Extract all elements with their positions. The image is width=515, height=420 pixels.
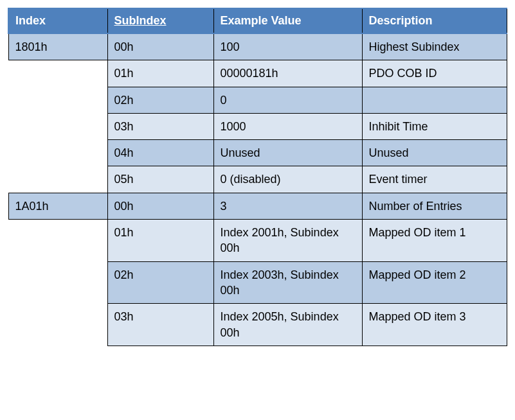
cell-index	[8, 304, 107, 346]
cell-description: Inhibit Time	[362, 113, 507, 139]
cell-example: Index 2005h, Subindex 00h	[213, 304, 362, 346]
cell-index	[8, 140, 107, 166]
col-header-example: Example Value	[213, 8, 362, 33]
table-row: 02hIndex 2003h, Subindex 00hMapped OD it…	[8, 261, 507, 304]
col-header-index: Index	[8, 8, 107, 33]
table-body: 1801h00h100Highest Subindex01h00000181hP…	[8, 33, 507, 346]
cell-description	[362, 87, 507, 113]
cell-example: Index 2001h, Subindex 00h	[213, 220, 362, 262]
cell-index	[8, 87, 107, 113]
table-row: 1801h00h100Highest Subindex	[8, 33, 507, 60]
cell-example: 0 (disabled)	[213, 166, 362, 193]
cell-example: 3	[213, 193, 362, 219]
cell-description: Number of Entries	[362, 193, 507, 219]
table-row: 03h1000Inhibit Time	[8, 113, 507, 139]
cell-description: Mapped OD item 3	[362, 304, 507, 346]
cell-example: 0	[213, 87, 362, 113]
pdo-config-table: Index SubIndex Example Value Description…	[8, 8, 507, 346]
table-row: 03hIndex 2005h, Subindex 00hMapped OD it…	[8, 304, 507, 346]
col-header-description: Description	[362, 8, 507, 33]
cell-index: 1A01h	[8, 193, 107, 219]
cell-description: Mapped OD item 1	[362, 220, 507, 262]
table-row: 01h00000181hPDO COB ID	[8, 60, 507, 87]
cell-description: Unused	[362, 140, 507, 166]
cell-subindex: 05h	[107, 166, 213, 193]
table-row: 04hUnusedUnused	[8, 140, 507, 166]
cell-subindex: 01h	[107, 220, 213, 262]
cell-subindex: 04h	[107, 140, 213, 166]
cell-example: 1000	[213, 113, 362, 139]
cell-subindex: 00h	[107, 193, 213, 219]
cell-index	[8, 113, 107, 139]
cell-subindex: 02h	[107, 261, 213, 304]
table-row: 02h0	[8, 87, 507, 113]
cell-index	[8, 220, 107, 262]
cell-description: Mapped OD item 2	[362, 261, 507, 304]
cell-index: 1801h	[8, 33, 107, 60]
cell-example: 00000181h	[213, 60, 362, 87]
cell-index	[8, 261, 107, 304]
cell-example: Index 2003h, Subindex 00h	[213, 261, 362, 304]
table-row: 01hIndex 2001h, Subindex 00hMapped OD it…	[8, 220, 507, 262]
cell-subindex: 03h	[107, 304, 213, 346]
cell-index	[8, 60, 107, 87]
cell-example: 100	[213, 33, 362, 60]
cell-example: Unused	[213, 140, 362, 166]
cell-subindex: 02h	[107, 87, 213, 113]
table-row: 1A01h00h3Number of Entries	[8, 193, 507, 219]
cell-subindex: 03h	[107, 113, 213, 139]
cell-index	[8, 166, 107, 193]
col-header-subindex: SubIndex	[107, 8, 213, 33]
table-row: 05h0 (disabled)Event timer	[8, 166, 507, 193]
cell-subindex: 01h	[107, 60, 213, 87]
table-header-row: Index SubIndex Example Value Description	[8, 8, 507, 33]
cell-description: Highest Subindex	[362, 33, 507, 60]
cell-subindex: 00h	[107, 33, 213, 60]
cell-description: PDO COB ID	[362, 60, 507, 87]
cell-description: Event timer	[362, 166, 507, 193]
